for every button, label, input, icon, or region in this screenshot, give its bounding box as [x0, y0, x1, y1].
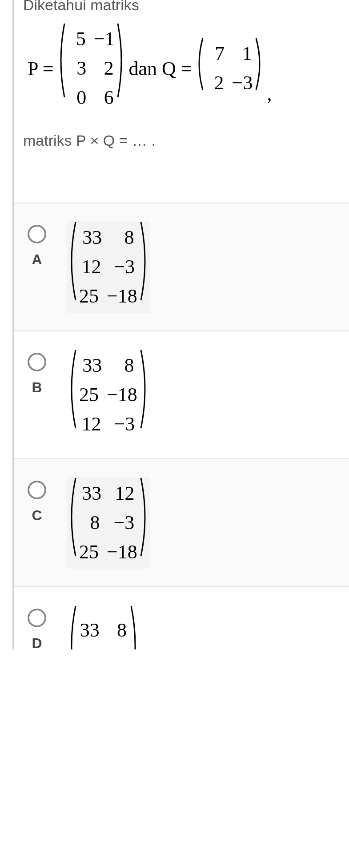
cell: 33 — [82, 351, 102, 380]
conjunction: dan Q = — [128, 57, 192, 80]
cell: −3 — [114, 252, 135, 282]
right-paren-icon — [130, 605, 140, 649]
left-paren-icon — [67, 605, 76, 649]
option-label-d: D — [32, 635, 42, 649]
right-paren-icon — [140, 349, 150, 429]
option-label-b: B — [32, 379, 42, 396]
p-cell: −1 — [94, 24, 115, 54]
cell: 25 — [79, 645, 99, 649]
radio-c[interactable] — [28, 481, 46, 499]
p-cell: 0 — [68, 83, 86, 112]
right-paren-icon — [140, 477, 150, 557]
p-cell: 6 — [96, 83, 114, 112]
matrix-q: 71 2−3 — [195, 37, 265, 100]
cell: 12 — [82, 252, 101, 282]
q-cell: 1 — [234, 39, 252, 68]
option-label-c: C — [32, 507, 42, 524]
matrix-p: 5−1 32 06 — [56, 23, 126, 114]
right-paren-icon — [117, 23, 126, 98]
trailing-comma: , — [267, 83, 272, 105]
cell: 33 — [82, 223, 102, 252]
p-cell: 3 — [68, 54, 86, 83]
p-cell: 2 — [96, 54, 114, 83]
option-a[interactable]: A 338 12−3 25−18 — [14, 203, 349, 331]
option-a-matrix: 338 12−3 25−18 — [67, 221, 150, 313]
cell: 8 — [116, 351, 134, 380]
left-paren-icon — [67, 477, 76, 557]
cell: 8 — [116, 223, 134, 252]
cell: −18 — [107, 380, 137, 410]
option-b-matrix: 338 25−18 12−3 — [67, 349, 150, 441]
option-d-matrix: 338 25−3 — [67, 605, 140, 649]
radio-a[interactable] — [28, 225, 46, 243]
cell: 25 — [79, 282, 99, 311]
equation-line: P = 5−1 32 06 dan Q = 71 2−3 — [28, 23, 349, 114]
cell: 12 — [82, 410, 101, 439]
left-paren-icon — [195, 37, 204, 91]
question-intro: Diketahui matriks — [14, 0, 349, 14]
option-label-a: A — [32, 251, 42, 268]
q-cell: −3 — [232, 68, 253, 98]
cell: 25 — [79, 380, 99, 410]
cell: 33 — [82, 479, 101, 508]
cell: 33 — [80, 616, 100, 645]
cell: 8 — [109, 616, 127, 645]
content-column: Diketahui matriks P = 5−1 32 06 dan Q = … — [12, 0, 349, 649]
radio-b[interactable] — [28, 353, 46, 371]
right-paren-icon — [140, 221, 150, 301]
option-c[interactable]: C 3312 8−3 25−18 — [14, 459, 349, 587]
option-c-matrix: 3312 8−3 25−18 — [67, 477, 150, 569]
cell: −3 — [114, 410, 135, 439]
right-paren-icon — [255, 37, 264, 91]
cell: −18 — [107, 538, 137, 567]
option-d[interactable]: D 338 25−3 — [14, 587, 349, 649]
cell: −3 — [114, 508, 135, 538]
cell: 12 — [115, 479, 135, 508]
left-paren-icon — [67, 349, 76, 429]
p-label: P = — [28, 57, 54, 80]
cell: 8 — [82, 508, 100, 538]
option-b[interactable]: B 338 25−18 12−3 — [14, 331, 349, 459]
cell: −3 — [107, 645, 128, 649]
cell: 25 — [79, 538, 99, 567]
p-cell: 5 — [68, 24, 86, 54]
q-cell: 2 — [206, 68, 224, 98]
left-paren-icon — [67, 221, 76, 301]
question-prompt: matriks P × Q = … . — [14, 132, 349, 149]
options-list: A 338 12−3 25−18 B — [14, 203, 349, 649]
q-cell: 7 — [207, 39, 225, 68]
left-paren-icon — [56, 23, 65, 98]
radio-d[interactable] — [28, 609, 46, 627]
cell: −18 — [107, 282, 137, 311]
